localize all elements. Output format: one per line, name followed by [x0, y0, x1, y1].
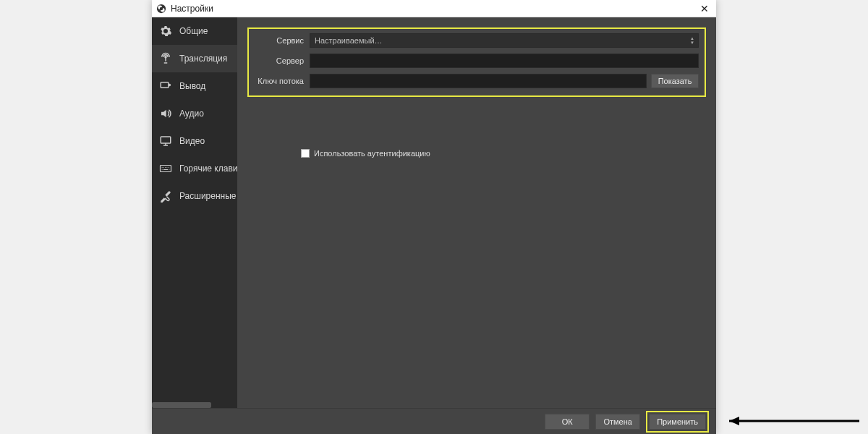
gear-icon	[158, 25, 174, 38]
server-input[interactable]	[310, 54, 699, 68]
svg-marker-9	[729, 417, 739, 425]
service-value: Настраиваемый…	[315, 36, 383, 45]
sidebar-item-label: Трансляция	[179, 54, 227, 64]
ok-button[interactable]: ОК	[545, 414, 590, 430]
auth-checkbox[interactable]	[301, 149, 310, 158]
auth-row: Использовать аутентификацию	[301, 149, 706, 158]
antenna-icon	[158, 52, 174, 65]
titlebar: Настройки ✕	[152, 0, 716, 17]
apply-button[interactable]: Применить	[649, 414, 706, 430]
sidebar-item-label: Видео	[179, 136, 205, 146]
sidebar-scrollbar[interactable]	[152, 402, 237, 408]
sidebar: Общие Трансляция Вывод Аудио	[152, 17, 237, 408]
sidebar-item-advanced[interactable]: Расширенные	[152, 182, 237, 210]
svg-rect-7	[161, 166, 171, 172]
monitor-icon	[158, 135, 174, 148]
streamkey-label: Ключ потока	[255, 77, 304, 85]
svg-rect-5	[161, 82, 169, 88]
svg-rect-6	[161, 137, 171, 143]
show-key-button[interactable]: Показать	[651, 74, 699, 88]
sidebar-item-video[interactable]: Видео	[152, 127, 237, 155]
sidebar-item-output[interactable]: Вывод	[152, 72, 237, 100]
speaker-icon	[158, 107, 174, 120]
sidebar-item-label: Аудио	[179, 109, 204, 119]
keyboard-icon	[158, 162, 174, 175]
annotation-arrow-icon	[722, 414, 867, 428]
svg-point-3	[160, 7, 163, 9]
auth-label: Использовать аутентификацию	[314, 149, 430, 158]
server-label: Сервер	[255, 56, 304, 65]
main-panel: Сервис Настраиваемый… ▲▼ Сервер Ключ пот…	[237, 17, 716, 408]
service-select[interactable]: Настраиваемый… ▲▼	[310, 33, 699, 48]
streamkey-input[interactable]	[310, 74, 647, 88]
close-button[interactable]: ✕	[697, 3, 712, 14]
window-title: Настройки	[171, 4, 697, 14]
stream-settings-highlight: Сервис Настраиваемый… ▲▼ Сервер Ключ пот…	[247, 27, 706, 97]
sidebar-item-stream[interactable]: Трансляция	[152, 45, 237, 72]
window-body: Общие Трансляция Вывод Аудио	[152, 17, 716, 408]
svg-point-4	[165, 56, 166, 58]
spinner-icon: ▲▼	[688, 35, 697, 46]
sidebar-item-label: Общие	[179, 26, 208, 36]
sidebar-item-audio[interactable]: Аудио	[152, 100, 237, 127]
sidebar-item-hotkeys[interactable]: Горячие клавиши	[152, 155, 237, 182]
app-icon	[156, 4, 166, 14]
sidebar-item-label: Горячие клавиши	[179, 163, 237, 174]
scrollbar-thumb[interactable]	[152, 402, 211, 408]
tools-icon	[158, 190, 174, 203]
cancel-button[interactable]: Отмена	[595, 414, 640, 430]
output-icon	[158, 80, 174, 93]
sidebar-item-label: Расширенные	[179, 191, 237, 201]
apply-highlight: Применить	[646, 411, 709, 433]
dialog-footer: ОК Отмена Применить	[152, 408, 716, 434]
sidebar-item-label: Вывод	[179, 81, 205, 91]
settings-window: Настройки ✕ Общие Трансляция	[152, 0, 716, 434]
sidebar-item-general[interactable]: Общие	[152, 17, 237, 45]
service-label: Сервис	[255, 36, 304, 45]
